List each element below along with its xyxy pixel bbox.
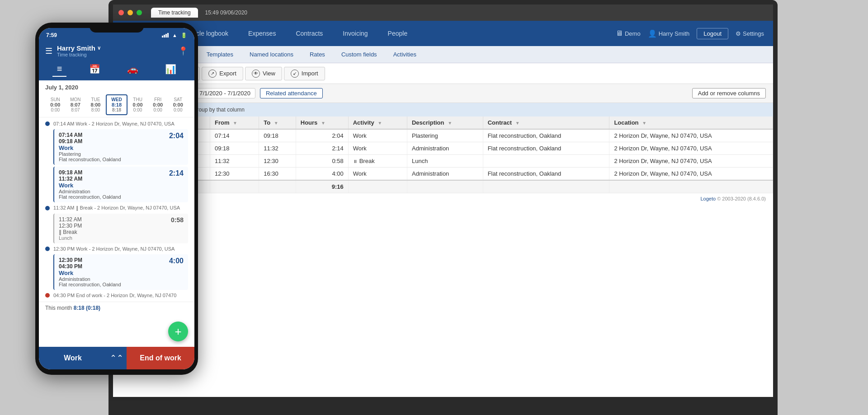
col-activity-filter-icon[interactable]: ▼ [377, 121, 382, 126]
browser-maximize-dot[interactable] [137, 10, 142, 15]
nav-item-people[interactable]: People [378, 21, 418, 46]
col-hours-filter-icon[interactable]: ▼ [321, 121, 326, 126]
week-day-mon[interactable]: MON 8:07 8:07 [66, 95, 86, 114]
col-contract-filter-icon[interactable]: ▼ [515, 121, 520, 126]
break-times: 11:32 AM12:30 PM [59, 216, 82, 229]
col-to[interactable]: To ▼ [259, 117, 296, 129]
battery-icon: 🔋 [181, 33, 187, 38]
cell-contract-1: Flat reconstruction, Oakland [483, 142, 609, 155]
nav-item-contracts[interactable]: Contracts [286, 21, 333, 46]
week-day-sat[interactable]: SAT 0:00 0:00 [168, 95, 188, 114]
browser-close-dot[interactable] [118, 10, 124, 15]
add-remove-columns-button[interactable]: Add or remove columns [692, 88, 766, 98]
break-sub: Lunch [59, 235, 82, 241]
period-value: 7/1/2020 - 7/1/2020 [194, 88, 255, 98]
col-from[interactable]: From ▼ [210, 117, 259, 129]
entry-3-sub1: Administration [59, 276, 121, 282]
week-day-tue[interactable]: TUE 8:00 8:00 [85, 95, 106, 114]
logout-button[interactable]: Logout [697, 28, 728, 39]
col-location[interactable]: Location ▼ [609, 117, 773, 129]
phone-body: July 1, 2020 SUN 0:00 0:00 MON 8:07 8:07… [39, 80, 194, 339]
table-row[interactable]: 7/01/2020 We 11:32 12:30 0:58 ⏸Break Lun… [113, 155, 773, 168]
cell-to-0: 09:18 [259, 129, 296, 142]
app-footer: Logeto © 2003-2020 (8.4.6.0) [113, 193, 773, 204]
user-icon: 👤 [648, 29, 657, 38]
nav-item-expenses[interactable]: Expenses [238, 21, 286, 46]
timeline-text-2: 11:32 AM ‖ Break - 2 Horizon Dr, Wayne, … [53, 205, 180, 211]
settings-label: Settings [743, 30, 764, 37]
data-table: Date ▼ Day ▼ From ▼ To ▼ [113, 117, 773, 193]
col-to-filter-icon[interactable]: ▼ [274, 121, 278, 126]
view-button[interactable]: 👁 View [245, 67, 282, 80]
browser-minimize-dot[interactable] [127, 10, 133, 15]
timeline-text-1: 07:14 AM Work - 2 Horizon Dr, Wayne, NJ … [53, 121, 175, 126]
week-day-fri[interactable]: FRI 0:00 0:00 [148, 95, 168, 114]
subnav-custom-fields[interactable]: Custom fields [333, 46, 385, 63]
cell-to-1: 11:32 [259, 142, 296, 155]
col-activity[interactable]: Activity ▼ [348, 117, 407, 129]
timeline-entry-2[interactable]: 09:18 AM11:32 AM Work Administration Fla… [53, 167, 188, 202]
filter-bar: Harry Smith Period: 7/1/2020 - 7/1/2020 … [113, 84, 773, 103]
col-location-filter-icon[interactable]: ▼ [642, 121, 646, 126]
week-day-thu[interactable]: THU 0:00 0:00 [127, 95, 148, 114]
chevron-up-icon: ⌃⌃ [110, 353, 123, 363]
phone-fab-button[interactable]: + [168, 322, 188, 341]
cell-to-2: 12:30 [259, 155, 296, 168]
phone-up-button[interactable]: ⌃⌃ [107, 347, 127, 369]
subnav-templates[interactable]: Templates [198, 46, 241, 63]
nav-item-invoicing[interactable]: Invoicing [333, 21, 377, 46]
cell-from-0: 07:14 [210, 129, 259, 142]
phone-tab-calendar[interactable]: 📅 [85, 62, 105, 77]
break-entry[interactable]: 11:32 AM12:30 PM ‖ Break Lunch 0:58 [53, 214, 188, 243]
phone-location-icon[interactable]: 📍 [178, 46, 188, 56]
subnav-rates[interactable]: Rates [302, 46, 333, 63]
table-row[interactable]: 7/01/2020 We 07:14 09:18 2:04 Work Plast… [113, 129, 773, 142]
subnav-activities[interactable]: Activities [385, 46, 425, 63]
week-day-sun[interactable]: SUN 0:00 0:00 [45, 95, 66, 114]
col-hours[interactable]: Hours ▼ [296, 117, 348, 129]
phone-tab-list[interactable]: ≡ [52, 62, 67, 77]
phone-tab-car[interactable]: 🚗 [123, 62, 143, 77]
phone-clock: 7:59 [46, 32, 57, 38]
table-row[interactable]: 7/01/2020 We 12:30 16:30 4:00 Work Admin… [113, 168, 773, 181]
timeline-entry-3[interactable]: 12:30 PM04:30 PM Work Administration Fla… [53, 254, 188, 290]
subnav-named-locations[interactable]: Named locations [241, 46, 302, 63]
cell-hours-2: 0:58 [296, 155, 348, 168]
export-button[interactable]: ↗ Export [202, 67, 243, 80]
laptop-screen: Time tracking 15:49 09/06/2020 Attendanc… [113, 5, 773, 397]
toolbar: 🗑 Delete 🖨 Print ↗ Export 👁 View ↙ Impor… [113, 63, 773, 84]
export-icon: ↗ [208, 70, 217, 78]
user-label-group: 👤 Harry Smith [648, 29, 690, 38]
logeto-link[interactable]: Logeto [700, 196, 716, 201]
timeline-entry-1[interactable]: 07:14 AM09:18 AM Work Plastering Flat re… [53, 129, 188, 165]
col-description-filter-icon[interactable]: ▼ [448, 121, 452, 126]
break-label: ‖ Break [59, 229, 82, 235]
user-chevron-icon: ∨ [97, 45, 101, 51]
timeline-marker-1: 07:14 AM Work - 2 Horizon Dr, Wayne, NJ … [39, 120, 194, 127]
cell-activity-2: ⏸Break [348, 155, 407, 168]
entry-2-sub2: Flat reconstruction, Oakland [59, 194, 121, 200]
table-row[interactable]: 7/01/2020 We 09:18 11:32 2:14 Work Admin… [113, 142, 773, 155]
phone-work-button[interactable]: Work [39, 347, 107, 369]
phone-end-of-work-button[interactable]: End of work [127, 347, 194, 369]
entry-3-title: Work [59, 270, 121, 276]
entry-2-times: 09:18 AM11:32 AM [59, 169, 121, 182]
table-container: Date ▼ Day ▼ From ▼ To ▼ [113, 117, 773, 193]
phone-menu-icon[interactable]: ☰ [45, 46, 52, 56]
settings-group[interactable]: ⚙ Settings [736, 30, 764, 37]
browser-tab[interactable]: Time tracking [151, 8, 198, 18]
week-day-wed-today[interactable]: WED 8:18 8:18 [106, 94, 128, 115]
cell-location-0: 2 Horizon Dr, Wayne, NJ 07470, USA [609, 129, 773, 142]
col-from-filter-icon[interactable]: ▼ [233, 121, 237, 126]
copyright-text: © 2003-2020 (8.4.6.0) [717, 196, 766, 201]
phone-tab-chart[interactable]: 📊 [160, 62, 181, 77]
col-contract[interactable]: Contract ▼ [483, 117, 609, 129]
entry-1-hours: 2:04 [169, 132, 184, 162]
browser-time: 15:49 09/06/2020 [205, 9, 247, 16]
related-attendance-button[interactable]: Related attendance [260, 88, 323, 98]
wifi-icon: ▲ [172, 33, 177, 38]
col-description[interactable]: Description ▼ [407, 117, 483, 129]
phone-tabs: ≡ 📅 🚗 📊 [39, 62, 194, 80]
browser-chrome: Time tracking 15:49 09/06/2020 [113, 5, 773, 21]
import-button[interactable]: ↙ Import [284, 67, 325, 80]
